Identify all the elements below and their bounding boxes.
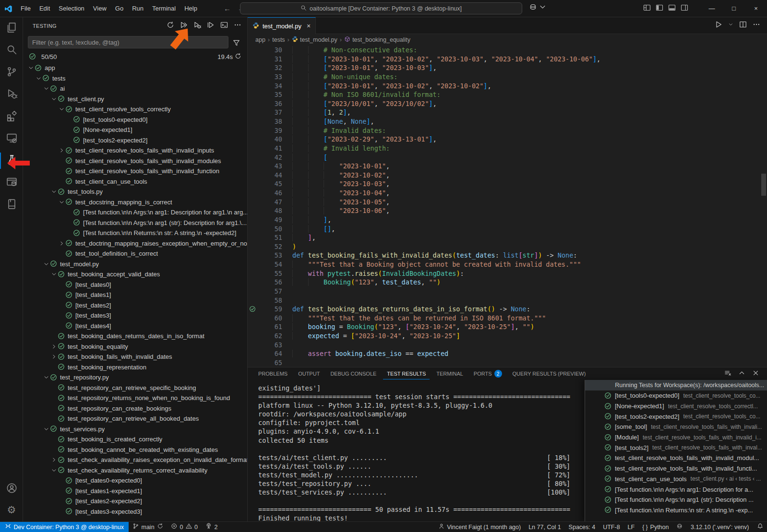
overlay-test-row[interactable]: [Module]test_client_resolve_tools_fails_… — [585, 432, 767, 443]
filter-funnel-icon[interactable] — [231, 37, 241, 48]
chevron-down-icon[interactable] — [50, 271, 58, 278]
activity-item-run-debug[interactable] — [0, 83, 23, 106]
activity-item-notebook[interactable] — [0, 194, 23, 216]
breadcrumb-item[interactable]: app — [255, 36, 265, 43]
test-filter-input[interactable] — [28, 36, 228, 48]
chevron-down-icon[interactable] — [50, 95, 58, 103]
clear-output-icon[interactable] — [724, 369, 731, 378]
panel-tab-test-results[interactable]: TEST RESULTS — [383, 368, 430, 379]
tab-test-model[interactable]: test_model.py × — [248, 17, 316, 34]
gutter-test-passed-icon[interactable] — [248, 305, 257, 314]
menu-view[interactable]: View — [89, 3, 111, 14]
chevron-down-icon[interactable] — [35, 74, 42, 82]
overlay-test-row[interactable]: [test_tools2]test_client_resolve_tools_f… — [585, 442, 767, 453]
test-tree-item[interactable]: test_repository_can_retrieve_all_booked_… — [23, 414, 247, 424]
close-window-button[interactable]: × — [745, 0, 767, 17]
overlay-test-row[interactable]: [some_tool]test_client_resolve_tools_fai… — [585, 422, 767, 432]
statusbar-remote-indicator[interactable]: Dev Container: Python 3 @ desktop-linux — [0, 522, 129, 532]
statusbar-git-branch[interactable]: main — [129, 522, 167, 532]
test-tree-item[interactable]: test_repository_can_retrieve_specific_bo… — [23, 383, 247, 393]
test-tree-item[interactable]: test_client.py — [23, 94, 247, 105]
test-tree-item[interactable]: [Test function.\n\n Returns:\n str: A st… — [23, 228, 247, 238]
test-tree-item[interactable]: [test_dates2-expected2] — [23, 496, 247, 507]
run-python-file-icon[interactable] — [715, 21, 722, 30]
layout-sidebar-left-icon[interactable] — [656, 4, 663, 13]
chevron-down-icon[interactable] — [42, 260, 50, 268]
test-tree-item[interactable]: app — [23, 63, 247, 73]
activity-item-explorer[interactable] — [0, 17, 23, 39]
menu-run[interactable]: Run — [128, 3, 148, 14]
activity-item-account[interactable] — [0, 478, 23, 499]
menu-help[interactable]: Help — [180, 3, 202, 14]
editor-scrollbar[interactable] — [761, 174, 766, 196]
command-center-search[interactable]: oaitoolsample [Dev Container: Python 3 @… — [240, 2, 522, 14]
test-tree-item[interactable]: test_check_availability_returns_correct_… — [23, 465, 247, 476]
test-tree-item[interactable]: test_repository_can_create_bookings — [23, 403, 247, 414]
test-tree-item[interactable]: [test_dates4] — [23, 321, 247, 331]
test-tree-item[interactable]: test_client_resolve_tools_fails_with_inv… — [23, 145, 247, 156]
overlay-test-row[interactable]: [Test function.\n\n Returns:\n str: A st… — [585, 505, 767, 516]
customize-layout-icon[interactable] — [643, 4, 651, 13]
split-editor-icon[interactable] — [739, 21, 747, 30]
breadcrumb-item[interactable]: test_model.py — [292, 36, 337, 44]
statusbar-source-author[interactable]: Vincent Faigt (1 month ago) — [434, 522, 525, 532]
test-tree-item[interactable]: test_doctring_mapping_raises_exception_w… — [23, 238, 247, 249]
editor-more-actions-icon[interactable] — [753, 21, 760, 30]
test-tree-item[interactable]: [None-expected1] — [23, 125, 247, 135]
activity-item-remote-explorer[interactable] — [0, 128, 23, 150]
panel-tab-terminal[interactable]: TERMINAL — [432, 368, 467, 379]
close-panel-icon[interactable] — [752, 369, 759, 378]
panel-tab-ports[interactable]: PORTS2 — [470, 367, 506, 380]
menu-file[interactable]: File — [16, 3, 35, 14]
statusbar-problems-summary[interactable]: 00 — [167, 522, 202, 532]
test-tree-item[interactable]: [Test function.\n\n Args:\n arg1: Descri… — [23, 207, 247, 218]
test-tree-item[interactable]: [test_tools0-expected0] — [23, 115, 247, 125]
chevron-down-icon[interactable] — [50, 466, 58, 474]
statusbar-eol[interactable]: LF — [624, 522, 639, 532]
statusbar-language-mode[interactable]: { }Python — [638, 522, 672, 532]
chevron-down-icon[interactable] — [27, 64, 35, 72]
chevron-right-icon[interactable] — [50, 456, 58, 464]
chevron-down-icon[interactable] — [42, 425, 50, 433]
panel-tab-debug-console[interactable]: DEBUG CONSOLE — [326, 368, 380, 379]
chevron-down-icon[interactable] — [42, 85, 50, 93]
test-tree-item[interactable]: [test_dates0] — [23, 280, 247, 290]
menu-selection[interactable]: Selection — [54, 3, 88, 14]
test-tree-item[interactable]: [test_dates3-expected3] — [23, 507, 247, 517]
tab-close-icon[interactable]: × — [307, 22, 311, 30]
test-tree-item[interactable]: test_tool_definition_is_correct — [23, 248, 247, 259]
statusbar-forwarded-ports[interactable]: 2 — [202, 522, 221, 532]
chevron-down-icon[interactable] — [728, 21, 733, 30]
statusbar-indentation[interactable]: Spaces: 4 — [565, 522, 599, 532]
panel-tab-query-results-preview-[interactable]: QUERY RESULTS (PREVIEW) — [509, 368, 590, 379]
test-tree-item[interactable]: [test_dates2] — [23, 300, 247, 311]
test-tree-item[interactable]: [test_dates0-expected0] — [23, 475, 247, 486]
more-actions-button[interactable] — [232, 20, 243, 32]
chevron-right-icon[interactable] — [50, 343, 58, 350]
rerun-icon[interactable] — [235, 53, 241, 61]
test-tree-item[interactable]: test_client_resolve_tools_fails_with_inv… — [23, 156, 247, 166]
test-tree-item[interactable]: test_repository_returns_none_when_no_boo… — [23, 393, 247, 403]
overlay-test-row[interactable]: [None-expected1]test_client_resolve_tool… — [585, 401, 767, 412]
chevron-down-icon[interactable] — [42, 374, 50, 381]
coverage-tests-button[interactable] — [205, 20, 216, 32]
panel-tab-problems[interactable]: PROBLEMS — [254, 368, 291, 379]
back-arrow-icon[interactable]: ← — [224, 4, 231, 12]
test-tree-item[interactable]: test_model.py — [23, 259, 247, 270]
overlay-test-row[interactable]: [Test function.\n\n Args:\n arg1 (str): … — [585, 495, 767, 505]
breadcrumb-item[interactable]: test_booking_equality — [344, 36, 410, 44]
chevron-right-icon[interactable] — [50, 353, 58, 361]
breadcrumb-item[interactable]: tests — [272, 36, 285, 43]
menu-edit[interactable]: Edit — [35, 3, 54, 14]
test-tree-item[interactable]: test_booking_representation — [23, 362, 247, 373]
overlay-test-row[interactable]: test_client_resolve_tools_fails_with_inv… — [585, 463, 767, 474]
chevron-right-icon[interactable] — [58, 147, 65, 154]
statusbar-copilot-status[interactable] — [672, 522, 687, 532]
statusbar-python-interpreter[interactable]: 3.12.10 ('.venv': venv) — [687, 522, 753, 532]
debug-tests-button[interactable] — [192, 20, 203, 32]
panel-tab-output[interactable]: OUTPUT — [294, 368, 324, 379]
statusbar-notifications[interactable] — [753, 522, 767, 532]
layout-panel-icon[interactable] — [668, 4, 676, 13]
activity-item-database[interactable] — [0, 172, 23, 194]
chevron-down-icon[interactable] — [58, 198, 65, 206]
